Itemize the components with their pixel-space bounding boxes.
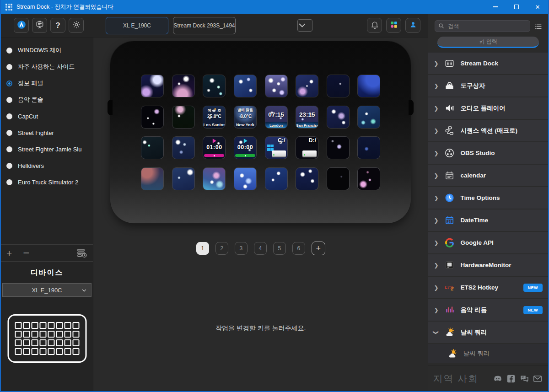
keyboard-key-cell xyxy=(64,348,71,355)
key-clock-london[interactable]: 07:15London xyxy=(265,106,287,128)
close-button[interactable]: ✕ xyxy=(527,0,548,14)
key-starfield-10[interactable] xyxy=(172,106,194,128)
key-input-pill[interactable]: 키 입력 xyxy=(437,37,539,48)
category-child-row[interactable]: 날씨 쿼리 xyxy=(428,344,548,363)
key-timer-green[interactable]: 00:00 xyxy=(234,137,256,159)
device-tabs: XL E_190CStream Dock 293S_1494 xyxy=(106,17,236,34)
hardware-monitor-icon xyxy=(444,260,455,271)
category-row[interactable]: ❯Google API xyxy=(428,232,548,253)
key-starfield-2[interactable] xyxy=(172,75,194,97)
key-starfield-11[interactable] xyxy=(327,106,349,128)
key-starfield-16[interactable] xyxy=(358,137,380,159)
category-row[interactable]: ❯ETS2ETS2 HotkeyNEW xyxy=(428,277,548,298)
key-starfield-14[interactable] xyxy=(172,137,194,159)
minimize-button[interactable] xyxy=(485,0,506,14)
chat-icon[interactable] xyxy=(519,374,529,384)
profile-item[interactable]: CapCut xyxy=(1,108,93,124)
toolbar-button-user[interactable] xyxy=(405,18,420,33)
key-weather-new-york[interactable]: 밤에 맑음-8.0°CNew York xyxy=(234,106,256,128)
svg-text:24: 24 xyxy=(447,220,451,224)
key-starfield-1[interactable] xyxy=(141,75,163,97)
page-button[interactable]: 6 xyxy=(292,242,305,255)
key-starfield-8[interactable] xyxy=(358,75,380,97)
category-row[interactable]: ❯24DateTime xyxy=(428,209,548,231)
key-starfield-7[interactable] xyxy=(327,75,349,97)
key-starfield-22[interactable] xyxy=(296,168,318,190)
add-page-button[interactable]: + xyxy=(312,242,325,255)
key-starfield-17[interactable] xyxy=(141,168,163,190)
device-select[interactable]: XL E_190C xyxy=(2,283,92,297)
page-button[interactable]: 1 xyxy=(196,242,209,255)
toolbar-button-help[interactable]: ? xyxy=(50,18,65,33)
mail-icon[interactable] xyxy=(533,374,543,384)
category-row[interactable]: ❯날씨 쿼리 xyxy=(428,322,548,343)
add-profile-button[interactable]: + xyxy=(1,248,17,258)
key-drive-d[interactable]: D:/ xyxy=(296,137,318,159)
key-starfield-5[interactable] xyxy=(265,75,287,97)
category-row[interactable]: ❯도구상자 xyxy=(428,75,548,97)
key-starfield-15[interactable] xyxy=(327,137,349,159)
radio-icon xyxy=(6,113,12,119)
page-button[interactable]: 3 xyxy=(235,242,248,255)
page-button[interactable]: 5 xyxy=(273,242,286,255)
key-drive-c[interactable]: C:/ xyxy=(265,137,287,159)
profile-item[interactable]: 자주 사용하는 사이트 xyxy=(1,59,93,75)
category-row[interactable]: ❯calendar xyxy=(428,165,548,186)
profile-label: Helldivers xyxy=(18,162,44,169)
profile-item[interactable]: Street Fighter Jamie Siu xyxy=(1,141,93,157)
key-timer-pink[interactable]: 01:00 xyxy=(203,137,225,159)
list-view-icon[interactable] xyxy=(534,22,543,31)
category-label: 도구상자 xyxy=(460,82,485,90)
profile-item[interactable]: WINDOWS 제어 xyxy=(1,42,93,59)
page-dropdown-button[interactable] xyxy=(297,19,312,32)
keyboard-key-cell xyxy=(39,339,46,346)
key-starfield-18[interactable] xyxy=(172,168,194,190)
app-body: ? XL E_190CStream Dock 293S_1494 WINDOWS… xyxy=(1,14,548,391)
category-row[interactable]: ❯Stream Dock xyxy=(428,53,548,74)
key-starfield-4[interactable] xyxy=(234,75,256,97)
search-input[interactable] xyxy=(435,20,530,32)
keyboard-key-cell xyxy=(15,339,22,346)
page-button[interactable]: 2 xyxy=(215,242,228,255)
weather-condition-text: 조 xyxy=(217,108,221,113)
key-starfield-19[interactable] xyxy=(203,168,225,190)
profile-item[interactable]: Street Fighter xyxy=(1,124,93,141)
facebook-icon[interactable] xyxy=(506,374,516,384)
logo-icon xyxy=(17,20,26,31)
chevron-right-icon: ❯ xyxy=(428,240,444,246)
toolbar-button-whiteboard[interactable] xyxy=(32,18,47,33)
profile-item[interactable]: Helldivers xyxy=(1,157,93,174)
key-starfield-9[interactable] xyxy=(141,106,163,128)
profile-item[interactable]: 음악 콘솔 xyxy=(1,91,93,108)
profile-item[interactable]: Euro Truck Simulator 2 xyxy=(1,174,93,190)
toolbar-button-apps[interactable] xyxy=(386,18,401,33)
category-row[interactable]: ❯Time Options xyxy=(428,187,548,209)
key-starfield-23[interactable] xyxy=(327,168,349,190)
toolbar-button-bell[interactable] xyxy=(367,18,382,33)
category-row[interactable]: ❯오디오 플레이어 xyxy=(428,97,548,119)
category-row[interactable]: ❯OBS Studio xyxy=(428,142,548,164)
device-tab[interactable]: Stream Dock 293S_1494 xyxy=(173,17,236,34)
key-starfield-21[interactable] xyxy=(265,168,287,190)
key-weather-los-santos[interactable]: 에조25.0°CLos Santos xyxy=(203,106,225,128)
key-clock-san-francisco[interactable]: 23:15San Francisco xyxy=(296,106,318,128)
toolbar-button-logo[interactable] xyxy=(14,18,29,33)
discord-icon[interactable] xyxy=(493,374,503,384)
key-starfield-12[interactable] xyxy=(358,106,380,128)
key-starfield-20[interactable] xyxy=(234,168,256,190)
remove-profile-button[interactable]: − xyxy=(17,247,35,258)
key-starfield-6[interactable] xyxy=(296,75,318,97)
key-starfield-24[interactable] xyxy=(358,168,380,190)
category-row[interactable]: ❯HardwareMonitor xyxy=(428,254,548,276)
profile-item[interactable]: 정보 패널 xyxy=(1,75,93,91)
device-tab[interactable]: XL E_190C xyxy=(106,17,168,34)
key-starfield-3[interactable] xyxy=(203,75,225,97)
weather-temperature: 25.0°C xyxy=(203,114,225,119)
category-row[interactable]: ❯시퀀스 액션 (매크로) xyxy=(428,120,548,141)
toolbar-button-settings[interactable] xyxy=(69,18,84,33)
page-button[interactable]: 4 xyxy=(254,242,267,255)
profiles-manager-icon[interactable] xyxy=(76,247,87,258)
category-row[interactable]: ❯음악 리듬NEW xyxy=(428,299,548,321)
maximize-button[interactable] xyxy=(506,0,527,14)
key-starfield-13[interactable] xyxy=(141,137,163,159)
